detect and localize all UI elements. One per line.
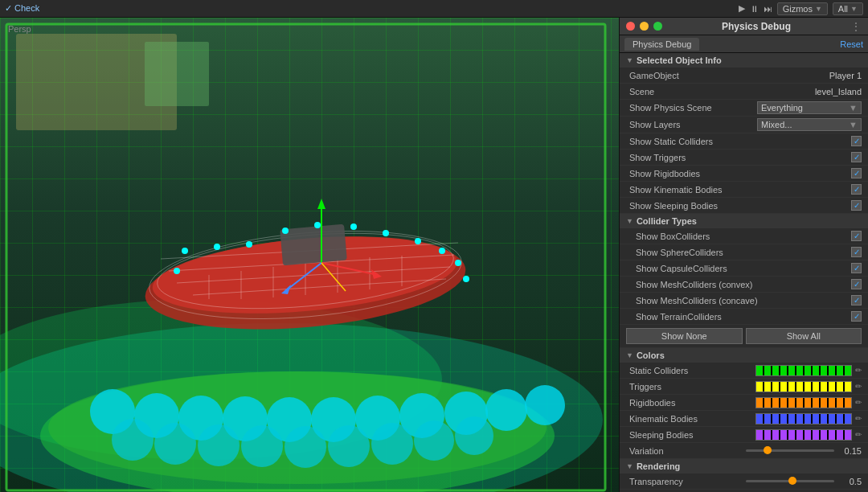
- toolbar: ✓ Check ▶ ⏸ ⏭ Gizmos▼ All▼: [0, 0, 868, 18]
- row-show-physics-scene: Show Physics Scene Everything ▼: [620, 100, 868, 117]
- row-color-rigidbodies: Rigidbodies ✏: [620, 395, 868, 411]
- show-triggers-checkbox[interactable]: [851, 152, 862, 162]
- show-rigidbodies-label: Show Rigidbodies: [629, 169, 851, 178]
- scene-value: level_Island: [815, 87, 862, 96]
- svg-point-49: [415, 238, 421, 244]
- row-show-sleeping: Show Sleeping Bodies: [620, 198, 868, 214]
- transparency-label: Transparency: [629, 477, 746, 486]
- show-boxcolliders-checkbox[interactable]: [851, 231, 862, 241]
- color-sleeping-swatch[interactable]: [755, 429, 852, 441]
- gameobject-value: Player 1: [829, 71, 862, 80]
- colors-label: Colors: [637, 351, 665, 360]
- color-triggers-edit[interactable]: ✏: [855, 382, 862, 391]
- row-transparency: Transparency 0.5: [620, 474, 868, 490]
- close-button[interactable]: [626, 22, 635, 31]
- svg-point-19: [198, 424, 240, 466]
- svg-point-24: [414, 420, 454, 461]
- gameobject-label: GameObject: [629, 71, 829, 80]
- show-kinematic-checkbox[interactable]: [851, 184, 862, 195]
- gizmos-button[interactable]: Gizmos▼: [777, 2, 828, 15]
- svg-point-17: [112, 419, 154, 461]
- row-show-rigidbodies: Show Rigidbodies: [620, 166, 868, 182]
- svg-point-20: [241, 425, 283, 467]
- show-meshcolliders-convex-label: Show MeshColliders (convex): [636, 280, 851, 289]
- svg-point-42: [182, 248, 188, 254]
- rendering-arrow: ▼: [626, 462, 633, 470]
- show-capsulecolliders-checkbox[interactable]: [851, 263, 862, 273]
- svg-point-21: [285, 426, 326, 468]
- row-scene: Scene level_Island: [620, 84, 868, 100]
- reset-button[interactable]: Reset: [840, 39, 863, 49]
- toolbar-icon-play[interactable]: ▶: [739, 3, 745, 14]
- section-colors[interactable]: ▼ Colors: [620, 348, 868, 363]
- panel-titlebar: Physics Debug ⋮: [620, 18, 868, 35]
- terrain-svg: [0, 18, 619, 492]
- toolbar-icon-pause[interactable]: ⏸: [750, 4, 759, 14]
- show-triggers-label: Show Triggers: [629, 153, 851, 162]
- svg-point-22: [328, 425, 370, 467]
- row-color-kinematic: Kinematic Bodies ✏: [620, 411, 868, 427]
- row-color-triggers: Triggers ✏: [620, 379, 868, 395]
- color-triggers-swatch[interactable]: [755, 381, 852, 392]
- layers-button[interactable]: All▼: [833, 2, 863, 15]
- color-static-label: Static Colliders: [629, 366, 755, 375]
- row-show-spherecolliders: Show SphereColliders: [620, 244, 868, 260]
- row-show-static-colliders: Show Static Colliders: [620, 133, 868, 150]
- show-kinematic-label: Show Kinematic Bodies: [629, 185, 851, 195]
- minimize-button[interactable]: [640, 22, 649, 31]
- transparency-slider-thumb[interactable]: [788, 477, 796, 485]
- show-capsulecolliders-label: Show CapsuleColliders: [636, 264, 851, 273]
- color-static-swatch[interactable]: [755, 365, 852, 376]
- show-spherecolliders-checkbox[interactable]: [851, 247, 862, 257]
- svg-point-52: [174, 268, 180, 274]
- show-terraincolliders-checkbox[interactable]: [851, 311, 862, 322]
- section-rendering[interactable]: ▼ Rendering: [620, 459, 868, 474]
- row-color-static: Static Colliders ✏: [620, 363, 868, 379]
- color-rigidbodies-edit[interactable]: ✏: [855, 398, 862, 407]
- main-layout: Persp Physics Debug ⋮ Physics Debug Rese…: [0, 18, 868, 492]
- row-show-kinematic: Show Kinematic Bodies: [620, 182, 868, 198]
- svg-marker-55: [317, 199, 326, 209]
- show-static-colliders-checkbox[interactable]: [851, 136, 862, 146]
- toolbar-icon-step[interactable]: ⏭: [764, 4, 772, 14]
- svg-point-18: [154, 423, 196, 465]
- variation-slider-thumb[interactable]: [764, 446, 772, 454]
- viewport-label: Persp: [8, 24, 31, 34]
- section-arrow: ▼: [626, 56, 633, 64]
- transparency-slider-track[interactable]: [746, 480, 835, 482]
- scene-label: Scene: [629, 87, 815, 96]
- color-rigidbodies-swatch[interactable]: [755, 397, 852, 408]
- show-meshcolliders-concave-checkbox[interactable]: [851, 295, 862, 305]
- tab-physics-debug[interactable]: Physics Debug: [624, 38, 699, 51]
- show-meshcolliders-convex-checkbox[interactable]: [851, 279, 862, 289]
- panel-scroll[interactable]: ▼ Selected Object Info GameObject Player…: [620, 53, 868, 492]
- color-static-edit[interactable]: ✏: [855, 366, 862, 375]
- viewport[interactable]: Persp: [0, 18, 619, 492]
- color-kinematic-edit[interactable]: ✏: [855, 414, 862, 423]
- svg-point-47: [350, 223, 357, 230]
- show-meshcolliders-concave-label: Show MeshColliders (concave): [636, 296, 851, 305]
- svg-point-51: [455, 260, 461, 266]
- colors-arrow: ▼: [626, 351, 633, 359]
- color-sleeping-edit[interactable]: ✏: [855, 430, 862, 439]
- section-collider-types[interactable]: ▼ Collider Types: [620, 214, 868, 228]
- physics-panel: Physics Debug ⋮ Physics Debug Reset ▼ Se…: [619, 18, 868, 492]
- maximize-button[interactable]: [653, 22, 662, 31]
- variation-slider-track[interactable]: [746, 449, 835, 452]
- show-all-button[interactable]: Show All: [746, 328, 862, 344]
- show-physics-scene-dropdown[interactable]: Everything ▼: [757, 101, 862, 114]
- show-rigidbodies-checkbox[interactable]: [851, 168, 862, 178]
- color-kinematic-swatch[interactable]: [755, 413, 852, 424]
- panel-menu-button[interactable]: ⋮: [850, 20, 862, 33]
- show-none-button[interactable]: Show None: [626, 328, 743, 344]
- viewport-canvas: Persp: [0, 18, 619, 492]
- color-sleeping-label: Sleeping Bodies: [629, 430, 755, 440]
- row-show-boxcolliders: Show BoxColliders: [620, 228, 868, 244]
- svg-point-50: [439, 248, 445, 254]
- show-sleeping-checkbox[interactable]: [851, 200, 862, 211]
- panel-tab: Physics Debug Reset: [620, 35, 868, 53]
- show-layers-dropdown[interactable]: Mixed... ▼: [757, 118, 862, 131]
- svg-rect-41: [280, 224, 347, 266]
- row-show-layers: Show Layers Mixed... ▼: [620, 117, 868, 133]
- section-selected-object[interactable]: ▼ Selected Object Info: [620, 53, 868, 68]
